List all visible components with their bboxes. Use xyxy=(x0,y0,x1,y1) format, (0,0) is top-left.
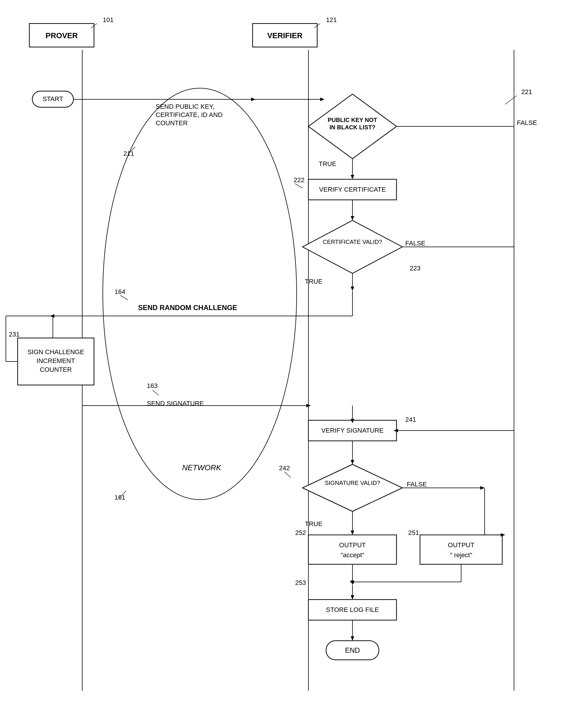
svg-marker-83 xyxy=(302,464,402,511)
svg-text:PUBLIC KEY NOT: PUBLIC KEY NOT xyxy=(328,117,377,123)
svg-marker-115 xyxy=(351,636,354,641)
svg-marker-92 xyxy=(351,531,354,535)
svg-text:SEND RANDOM CHALLENGE: SEND RANDOM CHALLENGE xyxy=(138,304,237,311)
svg-line-51 xyxy=(121,295,128,300)
svg-text:FALSE: FALSE xyxy=(405,240,425,247)
diagram-container: PROVER 101 VERIFIER 121 START PUBLIC KEY… xyxy=(0,0,588,718)
svg-rect-97 xyxy=(420,535,502,564)
svg-text:251: 251 xyxy=(408,529,419,536)
svg-text:222: 222 xyxy=(294,176,304,184)
svg-text:253: 253 xyxy=(295,579,306,586)
svg-text:FALSE: FALSE xyxy=(517,119,537,126)
svg-text:121: 121 xyxy=(326,16,337,23)
svg-text:163: 163 xyxy=(147,382,158,389)
svg-text:VERIFIER: VERIFIER xyxy=(267,31,302,40)
svg-text:FALSE: FALSE xyxy=(407,480,427,488)
svg-marker-29 xyxy=(302,221,402,273)
svg-text:221: 221 xyxy=(521,88,532,96)
svg-text:SEND SIGNATURE: SEND SIGNATURE xyxy=(147,400,204,407)
svg-marker-24 xyxy=(351,175,354,179)
svg-text:CERTIFICATE VALID?: CERTIFICATE VALID? xyxy=(323,239,382,245)
svg-line-38 xyxy=(295,184,302,188)
svg-text:COUNTER: COUNTER xyxy=(156,119,188,127)
svg-text:SIGN CHALLENGE: SIGN CHALLENGE xyxy=(27,348,84,356)
svg-marker-49 xyxy=(251,98,255,101)
svg-text:101: 101 xyxy=(103,16,114,23)
svg-text:OUTPUT: OUTPUT xyxy=(339,541,366,549)
svg-marker-36 xyxy=(351,287,354,291)
svg-text:164: 164 xyxy=(114,288,125,295)
svg-text:SEND PUBLIC KEY,: SEND PUBLIC KEY, xyxy=(156,103,214,110)
svg-text:242: 242 xyxy=(279,464,290,472)
svg-line-86 xyxy=(284,472,291,477)
svg-text:INCREMENT: INCREMENT xyxy=(37,357,75,365)
svg-text:SIGNATURE VALID?: SIGNATURE VALID? xyxy=(325,480,380,486)
svg-line-68 xyxy=(153,390,159,395)
svg-text:OUTPUT: OUTPUT xyxy=(448,541,474,549)
svg-text:252: 252 xyxy=(295,529,306,536)
svg-text:TRUE: TRUE xyxy=(305,520,322,528)
svg-text:NETWORK: NETWORK xyxy=(182,463,222,472)
svg-rect-94 xyxy=(308,535,397,564)
svg-marker-103 xyxy=(501,533,505,537)
svg-text:START: START xyxy=(43,95,63,103)
svg-marker-14 xyxy=(320,98,324,101)
svg-marker-82 xyxy=(351,460,354,464)
svg-text:241: 241 xyxy=(405,416,416,423)
svg-text:TRUE: TRUE xyxy=(319,160,336,167)
svg-line-19 xyxy=(505,96,517,104)
svg-text:231: 231 xyxy=(9,331,20,338)
svg-text:CERTIFICATE, ID AND: CERTIFICATE, ID AND xyxy=(156,111,223,119)
svg-text:PROVER: PROVER xyxy=(45,31,78,40)
svg-text:"accept": "accept" xyxy=(341,551,364,559)
svg-text:VERIFY CERTIFICATE: VERIFY CERTIFICATE xyxy=(319,186,386,193)
svg-text:STORE LOG FILE: STORE LOG FILE xyxy=(326,606,379,613)
svg-marker-89 xyxy=(480,486,485,490)
svg-text:IN BLACK LIST?: IN BLACK LIST? xyxy=(330,124,376,130)
svg-marker-28 xyxy=(351,216,354,221)
svg-text:VERIFY SIGNATURE: VERIFY SIGNATURE xyxy=(321,427,383,434)
svg-text:END: END xyxy=(345,646,360,654)
svg-text:COUNTER: COUNTER xyxy=(40,366,72,373)
svg-text:TRUE: TRUE xyxy=(305,278,322,285)
svg-text:" reject": " reject" xyxy=(450,551,472,559)
svg-text:223: 223 xyxy=(410,265,421,272)
svg-marker-111 xyxy=(351,595,354,599)
